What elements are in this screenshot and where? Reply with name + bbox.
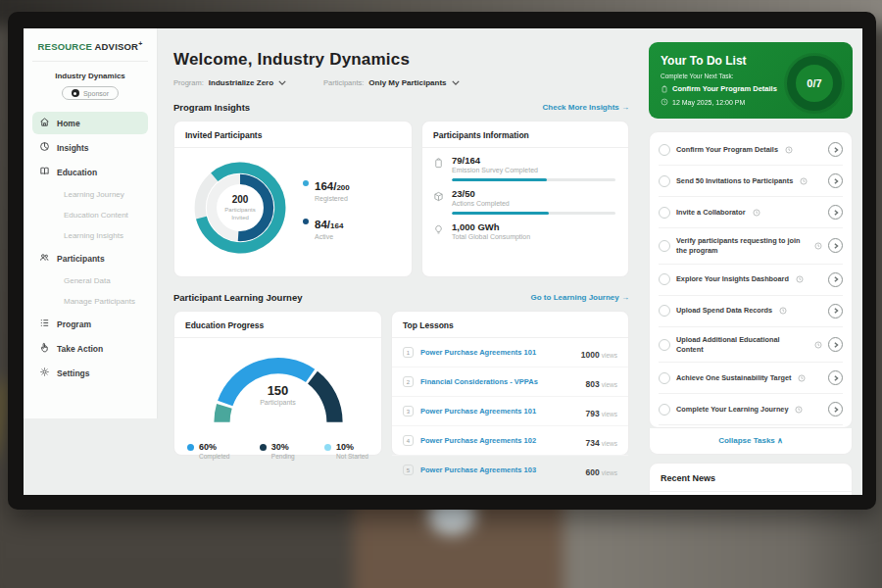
program-filter[interactable]: Program: Industrialize Zero: [173, 78, 286, 87]
sidebar-item[interactable]: Insights: [32, 136, 148, 159]
task-checkbox[interactable]: [659, 144, 670, 156]
task-open-button[interactable]: [828, 238, 843, 253]
legend-item: 84/164 Active: [303, 215, 350, 240]
page-title: Welcome, Industry Dynamics: [173, 50, 629, 70]
todo-item: Verify participants requesting to join t…: [659, 228, 843, 265]
go-to-learning-journey-link[interactable]: Go to Learning Journey →: [531, 293, 629, 302]
task-checkbox[interactable]: [659, 240, 670, 252]
sidebar-item[interactable]: Participants: [32, 247, 148, 270]
task-clock-icon: [796, 275, 804, 283]
next-task: Confirm Your Program Details: [672, 84, 777, 93]
sidebar-item[interactable]: General Data: [32, 271, 148, 290]
sponsor-icon: [72, 89, 79, 97]
lesson-link[interactable]: Power Purchase Agreements 101: [420, 407, 579, 416]
metric-row: 79/164 Emission Survey Completed: [422, 148, 628, 181]
program-icon: [39, 318, 50, 330]
sidebar-item[interactable]: Learning Insights: [32, 226, 148, 245]
legend-item: 164/200 Registered: [303, 176, 350, 202]
lesson-link[interactable]: Power Purchase Agreements 103: [420, 466, 579, 474]
task-open-button[interactable]: [828, 370, 843, 385]
sidebar-item[interactable]: Home: [32, 112, 148, 134]
sponsor-badge[interactable]: Sponsor: [62, 86, 119, 100]
lesson-link[interactable]: Financial Considerations - VPPAs: [420, 377, 579, 386]
todo-item: Achieve One Sustainability Target: [659, 363, 843, 394]
participants-information-card: Participants Information 79/164 Emission…: [421, 121, 629, 277]
task-label: Complete Your Learning Journey: [676, 405, 788, 415]
lesson-rank: 5: [403, 465, 414, 475]
metric-row: 23/50 Actions Completed: [422, 181, 628, 215]
lesson-rank: 1: [403, 347, 414, 358]
sidebar-item[interactable]: Take Action: [32, 337, 148, 360]
main-content: Welcome, Industry Dynamics Program: Indu…: [158, 28, 641, 495]
lesson-row: 3 Power Purchase Agreements 101 793views: [392, 397, 628, 426]
task-checkbox[interactable]: [659, 273, 670, 285]
sidebar-item-label: Education: [57, 168, 97, 177]
legend-dot: [187, 444, 194, 451]
task-open-button[interactable]: [828, 304, 843, 318]
todo-summary-card: Your To Do List Complete Your Next Task:…: [649, 42, 853, 119]
metric-row: 1,000 GWh Total Global Consumption: [422, 215, 628, 240]
sidebar-item-label: Learning Insights: [64, 231, 123, 240]
sidebar-item-label: Learning Journey: [64, 190, 124, 199]
sidebar-item[interactable]: Learning Journey: [32, 185, 148, 204]
due-date: 12 May 2025, 12:00 PM: [672, 99, 745, 106]
insights-icon: [39, 141, 50, 154]
task-checkbox[interactable]: [659, 175, 670, 187]
dashboard-screen: RESOURCE ADVISOR+ Industry Dynamics Spon…: [24, 28, 862, 495]
task-checkbox[interactable]: [659, 404, 670, 416]
task-open-button[interactable]: [828, 272, 843, 287]
sidebar-item-label: Participants: [57, 254, 105, 264]
task-checkbox[interactable]: [659, 372, 670, 384]
lesson-row: 2 Financial Considerations - VPPAs 803vi…: [392, 368, 628, 397]
recent-news-card: Recent News: [649, 463, 853, 495]
task-open-button[interactable]: [828, 205, 843, 220]
lesson-link[interactable]: Power Purchase Agreements 102: [420, 436, 579, 445]
check-more-insights-link[interactable]: Check More Insights →: [543, 103, 629, 112]
task-checkbox[interactable]: [659, 339, 670, 351]
arrow-right-icon: →: [621, 103, 629, 112]
task-open-button[interactable]: [828, 142, 843, 157]
task-open-button[interactable]: [828, 402, 843, 416]
legend-item: 10% Not Started: [324, 442, 368, 460]
sidebar-item[interactable]: Settings: [32, 362, 148, 384]
invited-participants-card: Invited Participants 200 Participants In…: [173, 121, 413, 277]
sidebar-item[interactable]: Program: [32, 313, 148, 335]
task-open-button[interactable]: [828, 173, 843, 188]
clock-icon: [661, 98, 668, 106]
task-label: Achieve One Sustainability Target: [676, 373, 791, 383]
education-progress-card: Education Progress 150 Participants 6: [173, 311, 382, 456]
brand-secondary: ADVISOR: [94, 41, 138, 52]
survey-icon: [433, 155, 444, 181]
sidebar-item[interactable]: Education Content: [32, 206, 148, 224]
clipboard-icon: [661, 85, 668, 93]
participants-icon: [39, 252, 50, 265]
settings-icon: [39, 367, 50, 379]
task-clock-icon: [785, 146, 793, 154]
chevron-up-icon: ∧: [777, 436, 783, 445]
recent-news-title: Recent News: [650, 464, 852, 492]
todo-item: Upload Additional Educational Content: [659, 327, 843, 364]
collapse-tasks-link[interactable]: Collapse Tasks ∧: [659, 428, 843, 454]
todo-item: Complete Your Learning Journey: [659, 394, 843, 425]
task-label: Invite a Collaborator: [676, 208, 746, 218]
chevron-down-icon: [452, 80, 460, 85]
actions-icon: [433, 188, 444, 215]
task-open-button[interactable]: [828, 337, 843, 352]
education-gauge-chart: 150 Participants: [205, 346, 352, 436]
task-clock-icon: [779, 307, 787, 315]
progress-bar: [452, 212, 615, 215]
sidebar-item[interactable]: Manage Participants: [32, 292, 148, 311]
todo-item: Explore Your Insights Dashboard: [659, 265, 843, 296]
sidebar-item-label: General Data: [64, 276, 111, 285]
lesson-rank: 4: [403, 435, 414, 446]
arrow-right-icon: →: [621, 293, 629, 302]
lesson-link[interactable]: Power Purchase Agreements 101: [420, 348, 574, 357]
task-clock-icon: [814, 341, 822, 349]
org-name: Industry Dynamics: [32, 72, 148, 80]
section-program-insights: Program Insights: [173, 102, 250, 113]
task-checkbox[interactable]: [659, 305, 670, 317]
progress-bar: [452, 178, 615, 181]
sidebar-item[interactable]: Education: [32, 161, 148, 183]
task-checkbox[interactable]: [659, 207, 670, 219]
participants-filter[interactable]: Participants: Only My Participants: [323, 78, 459, 87]
